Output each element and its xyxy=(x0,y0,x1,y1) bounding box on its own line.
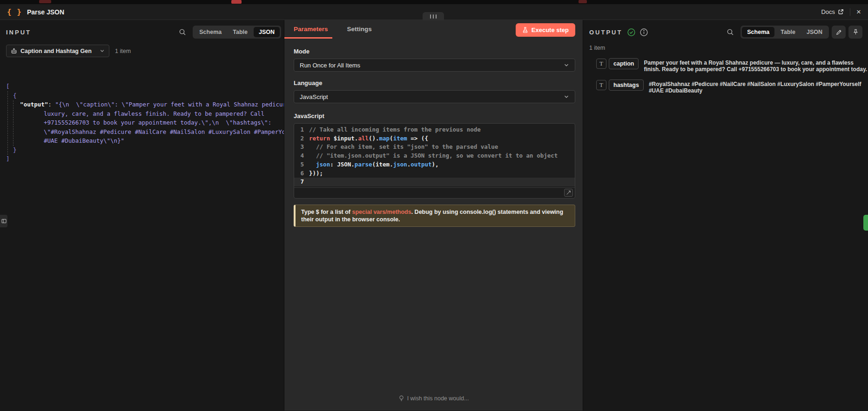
output-panel-title: OUTPUT xyxy=(589,29,622,36)
output-view-tabs: SchemaTableJSON xyxy=(740,26,829,39)
node-feedback-link[interactable]: I wish this node would... xyxy=(284,395,583,402)
code-line: 2 return $input.all().map(item => ({ xyxy=(294,134,575,143)
output-panel-header: OUTPUT SchemaTableJSON xyxy=(583,20,868,39)
code-text: // For each item, set its "json" to the … xyxy=(309,143,498,152)
code-editor[interactable]: 1 // Take all incoming items from the pr… xyxy=(294,123,575,199)
robot-icon xyxy=(11,48,17,54)
json-line: } xyxy=(0,146,282,155)
active-tab-underline xyxy=(284,37,332,39)
info-icon[interactable] xyxy=(639,28,648,37)
code-line: 1 // Take all incoming items from the pr… xyxy=(294,126,575,134)
panel-drag-handle[interactable] xyxy=(423,12,444,20)
code-node-icon: { } xyxy=(7,7,22,16)
indent-guide xyxy=(13,100,13,146)
parameter-tabs: ParametersSettings xyxy=(294,26,391,39)
docs-link[interactable]: Docs xyxy=(821,8,844,15)
pin-data-button[interactable] xyxy=(848,26,862,39)
output-panel: OUTPUT SchemaTableJSON xyxy=(583,20,868,411)
special-vars-link[interactable]: special vars/methods xyxy=(352,209,411,215)
json-line: [ xyxy=(0,82,282,91)
line-number: 4 xyxy=(294,152,309,160)
node-detail-modal: { } Parse JSON Docs × INPUT xyxy=(0,4,868,411)
indent-guide xyxy=(7,91,8,155)
code-line: 3 // For each item, set its "json" to th… xyxy=(294,143,575,152)
input-source-dropdown[interactable]: Caption and Hashtag Gen xyxy=(6,45,109,57)
line-number: 1 xyxy=(294,126,309,134)
json-line: "output": "{\n \"caption\": \"Pamper you… xyxy=(0,100,282,109)
line-number: 7 xyxy=(294,178,309,186)
parameter-tab[interactable]: Settings xyxy=(347,26,372,39)
docs-label: Docs xyxy=(821,8,835,15)
input-panel-collapse-tab[interactable] xyxy=(0,215,7,227)
canvas-node-fragment xyxy=(231,0,242,4)
code-line: 5 json: JSON.parse(item.json.output), xyxy=(294,160,575,169)
drag-handle-bar xyxy=(430,14,431,19)
mode-select[interactable]: Run Once for All Items xyxy=(294,59,575,72)
success-check-icon xyxy=(627,28,636,37)
titlebar-actions: Docs × xyxy=(821,8,861,16)
canvas-node-fragment xyxy=(579,0,587,3)
input-view-tab[interactable]: Schema xyxy=(194,27,227,37)
input-panel: INPUT SchemaTableJSON xyxy=(0,20,284,411)
parameters-form: Mode Run Once for All Items Language Jav… xyxy=(284,39,583,227)
code-text: return $input.all().map(item => ({ xyxy=(309,134,428,143)
string-type-icon: T xyxy=(596,80,606,90)
output-schema-rows: T caption Pamper your feet with a Royal … xyxy=(583,58,868,94)
input-view-tab[interactable]: JSON xyxy=(254,27,280,37)
execute-step-button[interactable]: Execute step xyxy=(516,23,575,37)
parameters-header: ParametersSettings Execute step xyxy=(284,20,583,39)
output-search-icon[interactable] xyxy=(727,28,734,36)
drag-handle-bar xyxy=(436,14,437,19)
output-view-tab[interactable]: Table xyxy=(775,27,801,37)
input-json-view: [ { "output": "{\n \"caption\": \"Pamper… xyxy=(0,82,282,164)
drag-handle-bar xyxy=(433,14,434,19)
flask-icon xyxy=(522,27,528,33)
editor-expand-button[interactable] xyxy=(564,189,573,197)
input-view-tabs: SchemaTableJSON xyxy=(193,26,281,39)
panel-icon xyxy=(1,219,7,224)
language-select[interactable]: JavaScript xyxy=(294,90,575,103)
code-line: 4 // "item.json.output" is a JSON string… xyxy=(294,152,575,160)
parameter-tab[interactable]: Parameters xyxy=(294,26,328,39)
input-source-row: Caption and Hashtag Gen 1 item xyxy=(6,45,284,57)
schema-row[interactable]: T hashtags #RoyalShahnaz #Pedicure #Nail… xyxy=(596,79,868,94)
input-panel-header: INPUT SchemaTableJSON xyxy=(0,20,284,39)
line-number: 2 xyxy=(294,134,309,143)
input-view-tab[interactable]: Table xyxy=(228,27,253,37)
line-number: 6 xyxy=(294,169,309,178)
code-line: 7 xyxy=(294,178,575,186)
output-view-tab[interactable]: JSON xyxy=(801,27,828,37)
workflow-canvas-strip xyxy=(0,0,868,4)
pin-icon xyxy=(853,29,859,35)
code-text: })); xyxy=(309,169,323,178)
output-view-tab[interactable]: Schema xyxy=(742,27,774,37)
assistant-edge-button[interactable] xyxy=(863,215,868,231)
output-item-count: 1 item xyxy=(589,45,605,51)
json-lines: [ { "output": "{\n \"caption\": \"Pamper… xyxy=(0,82,282,164)
pencil-icon xyxy=(836,29,842,35)
output-item-count-row: 1 item xyxy=(589,43,868,52)
external-link-icon xyxy=(838,9,844,15)
json-line: ] xyxy=(0,154,282,164)
schema-row[interactable]: T caption Pamper your feet with a Royal … xyxy=(596,58,868,73)
mode-value: Run Once for All Items xyxy=(300,62,360,69)
schema-value: #RoyalShahnaz #Pedicure #NailCare #NailS… xyxy=(649,81,868,94)
code-lines: 1 // Take all incoming items from the pr… xyxy=(294,124,575,186)
input-search-icon[interactable] xyxy=(179,28,186,36)
parameters-panel: ParametersSettings Execute step Mode xyxy=(284,20,583,411)
language-value: JavaScript xyxy=(300,93,328,100)
code-hint-callout: Type $ for a list of special vars/method… xyxy=(294,205,575,227)
json-line: +971555266703 to book your appointment t… xyxy=(0,118,282,127)
line-number: 3 xyxy=(294,143,309,152)
edit-output-button[interactable] xyxy=(832,26,846,39)
chevron-down-icon xyxy=(564,94,569,99)
code-section-label: JavaScript xyxy=(294,113,575,119)
chevron-down-icon xyxy=(564,62,569,68)
chevron-down-icon xyxy=(100,48,105,53)
hint-text-pre: Type $ for a list of xyxy=(301,209,352,215)
json-line: luxury, care, and a flawless finish. Rea… xyxy=(0,109,282,119)
json-line: \"#RoyalShahnaz #Pedicure #NailCare #Nai… xyxy=(0,127,282,137)
input-panel-title: INPUT xyxy=(6,29,31,36)
close-button[interactable]: × xyxy=(856,8,861,16)
code-line: 6 })); xyxy=(294,169,575,178)
